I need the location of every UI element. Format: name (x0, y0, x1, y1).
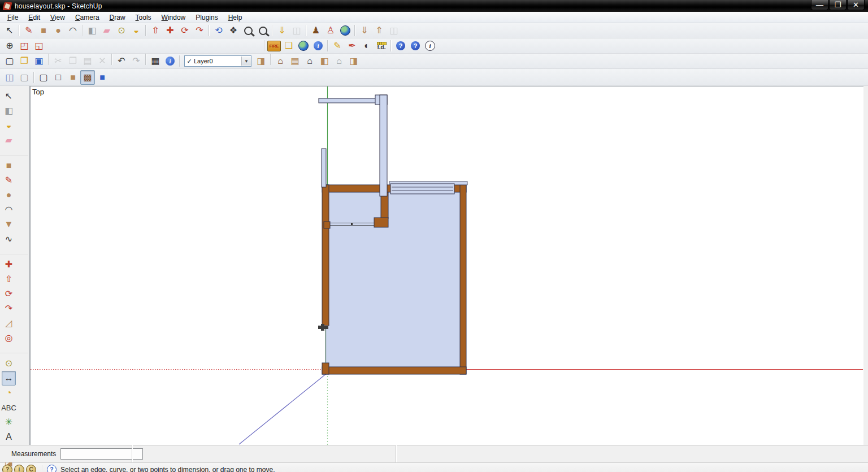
text-tool[interactable]: ABC (2, 400, 16, 415)
polygon-tool[interactable]: ▼ (2, 217, 16, 232)
eraser-tool[interactable]: ▰ (2, 133, 16, 148)
print-button[interactable]: ▦ (148, 54, 163, 68)
upper-wall-vertical[interactable] (380, 95, 387, 196)
model-info-button[interactable]: i (163, 54, 177, 68)
shaded-textures-style-button[interactable]: ▩ (80, 70, 95, 85)
layer-manager-button[interactable]: ◨ (254, 54, 268, 68)
axes-tool-button[interactable]: ⊕ (2, 38, 17, 53)
paint-bucket-tool[interactable]: ◒ (2, 118, 16, 133)
restore-button[interactable]: ❐ (829, 0, 847, 10)
google-earth-button[interactable] (338, 23, 353, 38)
floor-plan[interactable] (322, 181, 467, 374)
save-button[interactable]: ▣ (32, 54, 46, 68)
layer-combobox[interactable]: ✓ Layer0 ▼ (184, 55, 251, 67)
tape-measure-button[interactable]: ⊙ (114, 23, 129, 38)
eraser-tool-button[interactable]: ▰ (99, 23, 114, 38)
menu-window[interactable]: Window (157, 12, 191, 23)
menu-draw[interactable]: Draw (105, 12, 131, 23)
export-model-button[interactable]: ⇓ (275, 23, 289, 38)
dimension-tool[interactable]: ↔ (2, 371, 16, 386)
back-edges-style-button[interactable]: ▢ (17, 70, 32, 85)
geo-globe-button[interactable] (296, 38, 311, 53)
line-tool-button[interactable]: ✎ (21, 23, 36, 38)
circle-tool-button[interactable]: ● (51, 23, 66, 38)
help-button[interactable]: ? (393, 38, 408, 53)
orbit-tool-button[interactable]: ⟲ (211, 23, 226, 38)
open-button[interactable]: ❐ (17, 54, 32, 68)
upper-wall-horizontal[interactable] (319, 98, 377, 103)
get-models-button[interactable]: ⇓ (357, 23, 372, 38)
menu-view[interactable]: View (45, 12, 70, 23)
share-component-button[interactable]: ◫ (387, 23, 401, 38)
3d-text-tool[interactable]: A (2, 430, 16, 444)
wall-bottom[interactable] (322, 367, 466, 374)
view-back-button[interactable]: ⌂ (332, 54, 346, 68)
fire-plugin-button[interactable]: FIRE (267, 38, 281, 53)
make-component-tool[interactable]: ◧ (2, 103, 16, 118)
tape-measure-tool[interactable]: ⊙ (2, 356, 16, 371)
move-tool[interactable]: ✚ (2, 257, 16, 272)
redo-button[interactable]: ↷ (129, 54, 144, 68)
menu-help[interactable]: Help (223, 12, 248, 23)
section-display-button[interactable]: ◱ (32, 38, 46, 53)
xray-style-button[interactable]: ◫ (2, 70, 17, 85)
view-iso-button[interactable]: ⌂ (273, 54, 288, 68)
offset-tool[interactable]: ◎ (2, 331, 16, 345)
close-button[interactable]: ✕ (847, 0, 865, 10)
zoom-extents-button[interactable] (255, 23, 270, 38)
push-pull-tool[interactable]: ⇧ (2, 272, 16, 287)
axes-tool[interactable]: ✳ (2, 415, 16, 430)
delete-button[interactable]: ✕ (95, 54, 110, 68)
credit-icon[interactable]: C (26, 465, 36, 472)
menu-tools[interactable]: Tools (131, 12, 157, 23)
wireframe-style-button[interactable]: ▢ (36, 70, 51, 85)
model-info-purple-button[interactable]: i (311, 38, 326, 53)
view-front-button[interactable]: ⌂ (302, 54, 317, 68)
tip-of-day-icon[interactable]: ? (2, 465, 12, 472)
pan-tool-button[interactable]: ❖ (226, 23, 241, 38)
menu-file[interactable]: File (2, 12, 23, 23)
view-top-button[interactable]: ▤ (288, 54, 302, 68)
cut-button[interactable]: ✂ (51, 54, 66, 68)
menu-plugins[interactable]: Plugins (190, 12, 223, 23)
measurements-input[interactable] (60, 448, 143, 460)
push-pull-button[interactable]: ⇧ (148, 23, 163, 38)
help-center-button[interactable]: ? (408, 38, 423, 53)
components-folder-button[interactable]: ❏ (281, 38, 296, 53)
circle-tool[interactable]: ● (2, 188, 16, 202)
position-camera-button[interactable]: ♟ (309, 23, 323, 38)
wall-right[interactable] (460, 185, 466, 374)
make-component-button[interactable]: ◧ (85, 23, 99, 38)
follow-me-button[interactable]: ↷ (192, 23, 207, 38)
arc-tool-button[interactable]: ◠ (66, 23, 80, 38)
section-plane-button[interactable]: ◰ (17, 38, 32, 53)
export-section-button[interactable]: ◫ (289, 23, 304, 38)
rotate-tool[interactable]: ⟳ (2, 287, 16, 301)
rectangle-tool[interactable]: ■ (2, 158, 16, 173)
window-frame[interactable] (390, 184, 454, 194)
rectangle-tool-button[interactable]: ■ (36, 23, 51, 38)
menu-camera[interactable]: Camera (70, 12, 105, 23)
monochrome-style-button[interactable]: ■ (95, 70, 110, 85)
minimize-button[interactable]: — (811, 0, 828, 10)
model-viewport[interactable]: Top (30, 86, 863, 445)
wall-left-corner-block[interactable] (322, 363, 329, 374)
about-info-button[interactable]: i (423, 38, 437, 53)
view-left-button[interactable]: ◨ (346, 54, 361, 68)
undo-button[interactable]: ↶ (114, 54, 129, 68)
layer-dropdown-arrow-icon[interactable]: ▼ (241, 57, 251, 66)
shaded-style-button[interactable]: ■ (66, 70, 80, 85)
pencil-plugin-button[interactable]: ✎ (330, 38, 345, 53)
upper-wall-left[interactable] (322, 149, 326, 187)
wall-left[interactable] (322, 185, 329, 326)
line-tool[interactable]: ✎ (2, 173, 16, 188)
contrast-plugin-button[interactable]: ◐ (359, 38, 374, 53)
rotate-tool-button[interactable]: ⟳ (177, 23, 192, 38)
follow-me-tool[interactable]: ↷ (2, 301, 16, 316)
interior-wall-return[interactable] (374, 218, 388, 227)
menu-edit[interactable]: Edit (23, 12, 45, 23)
interior-wall-stub[interactable] (324, 222, 330, 228)
arc-tool[interactable]: ◠ (2, 202, 16, 217)
zoom-tool-button[interactable] (241, 23, 255, 38)
scale-tool[interactable]: ◿ (2, 316, 16, 331)
